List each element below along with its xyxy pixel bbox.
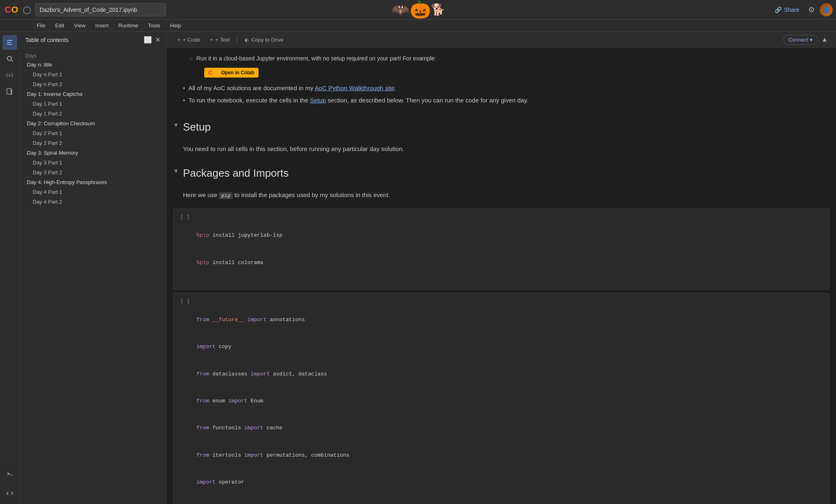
- toc-item-day4[interactable]: Day 4: High-Entropy Passphrases: [21, 178, 165, 187]
- run-button-area-2[interactable]: [ ]: [174, 298, 196, 304]
- toolbar-divider: [237, 36, 237, 44]
- svg-rect-0: [7, 40, 13, 41]
- svg-rect-5: [7, 89, 11, 94]
- add-text-button[interactable]: + + Text: [206, 35, 234, 44]
- code-line-2-5: from functools import cache: [196, 424, 829, 433]
- code-line-2-4: from enum import Enum: [196, 397, 829, 406]
- toc-item-day3-part1[interactable]: Day 3 Part 1: [21, 158, 165, 167]
- toc-item-day2[interactable]: Day 2: Corruption Checksum: [21, 119, 165, 128]
- svg-point-3: [7, 56, 11, 60]
- toc-item-day-n-part1[interactable]: Day n Part 1: [21, 70, 165, 79]
- code-cell-1: [ ] %pip install jupyterlab-lsp %pip ins…: [173, 209, 829, 290]
- cell-bracket-2: [ ]: [180, 298, 189, 304]
- menu-edit[interactable]: Edit: [51, 21, 68, 30]
- code-line-1-1: %pip install jupyterlab-lsp: [196, 231, 829, 240]
- toc-item-day1-part1[interactable]: Day 1 Part 1: [21, 99, 165, 109]
- menu-file[interactable]: File: [33, 21, 49, 30]
- toc-close-button[interactable]: ✕: [155, 36, 161, 44]
- toc-icon[interactable]: [2, 35, 17, 50]
- menu-tools[interactable]: Tools: [144, 21, 164, 30]
- toc-item-day3[interactable]: Day 3: Spiral Memory: [21, 148, 165, 158]
- cloud-note: Run it in a cloud-based Jupyter environm…: [189, 54, 816, 63]
- toc-section-label: Days: [20, 51, 166, 60]
- svg-rect-2: [7, 44, 12, 45]
- terminal-icon[interactable]: [2, 466, 17, 481]
- expand-button[interactable]: ▲: [820, 34, 829, 45]
- toc-item-day4-part2[interactable]: Day 4 Part 2: [21, 197, 165, 206]
- code-line-2-1: from __future__ import annotations: [196, 315, 829, 324]
- toc-item-day2-part1[interactable]: Day 2 Part 1: [21, 129, 165, 138]
- github-icon: ◯: [23, 5, 31, 14]
- menu-bar: File Edit View Insert Runtime Tools Help: [0, 20, 836, 32]
- toc-item-day2-part2[interactable]: Day 2 Part 2: [21, 138, 165, 148]
- menu-view[interactable]: View: [70, 21, 89, 30]
- toc-item-day1[interactable]: Day 1: Inverse Captcha: [21, 89, 165, 99]
- toc-content: Days Day n: title Day n Part 1 Day n Par…: [20, 48, 166, 504]
- menu-insert[interactable]: Insert: [91, 21, 113, 30]
- cell-bracket-1: [ ]: [180, 214, 189, 220]
- top-right-actions: 🔗 Share ⚙ 👤: [771, 3, 833, 16]
- code-icon[interactable]: [2, 486, 17, 501]
- code-line-2-2: import copy: [196, 342, 829, 351]
- connect-button[interactable]: Connect ▾: [783, 35, 818, 45]
- colab-logo: CO: [3, 2, 20, 18]
- notebook-area: Run it in a cloud-based Jupyter environm…: [167, 48, 836, 504]
- bullet-item-1: • All of my AoC solutions are documented…: [183, 83, 816, 93]
- code-content-1: %pip install jupyterlab-lsp %pip install…: [196, 213, 829, 285]
- toc-header: Table of contents ⬜ ✕: [20, 32, 166, 48]
- collapse-arrow-setup[interactable]: ▼: [173, 122, 179, 128]
- menu-runtime[interactable]: Runtime: [114, 21, 142, 30]
- setup-desc-cell: You need to run all cells in this sectio…: [167, 137, 836, 159]
- intro-text-cell: Run it in a cloud-based Jupyter environm…: [167, 48, 836, 113]
- open-in-colab-badge[interactable]: CO Open in Colab: [204, 68, 259, 78]
- code-content-2: from __future__ import annotations impor…: [196, 298, 829, 504]
- main-layout: {x} Table of contents ⬜ ✕: [0, 32, 836, 504]
- settings-button[interactable]: ⚙: [808, 5, 815, 14]
- share-button[interactable]: 🔗 Share: [771, 4, 803, 16]
- toc-sidebar: Table of contents ⬜ ✕ Days Day n: title …: [20, 32, 167, 504]
- menu-help[interactable]: Help: [166, 21, 185, 30]
- share-link-icon: 🔗: [775, 7, 782, 13]
- toc-item-day-n-part2[interactable]: Day n Part 2: [21, 80, 165, 89]
- setup-description: You need to run all cells in this sectio…: [183, 144, 816, 154]
- variables-icon[interactable]: {x}: [2, 68, 17, 82]
- packages-heading: Packages and Imports: [183, 167, 816, 180]
- code-cell-2: [ ] from __future__ import annotations i…: [173, 293, 829, 504]
- toc-item-day4-part1[interactable]: Day 4 Part 1: [21, 187, 165, 197]
- colab-badge-logo: C: [208, 69, 212, 76]
- packages-desc-cell: Here we use pip to install the packages …: [167, 183, 836, 205]
- avatar[interactable]: 👤: [820, 3, 833, 16]
- setup-link[interactable]: Setup: [310, 97, 326, 104]
- collapse-arrow-packages[interactable]: ▼: [173, 168, 179, 174]
- code-line-2-3: from dataclasses import asdict, dataclas…: [196, 370, 829, 379]
- toc-header-icons: ⬜ ✕: [144, 36, 161, 44]
- bullet-item-2: • To run the notebook, execute the cells…: [183, 95, 816, 105]
- icon-rail: {x}: [0, 32, 20, 504]
- files-icon[interactable]: [2, 84, 17, 99]
- run-button-area-1[interactable]: [ ]: [174, 213, 196, 220]
- toc-expand-button[interactable]: ⬜: [144, 36, 152, 44]
- main-content: + + Code + + Text ⬖ Copy to Drive Connec…: [167, 32, 836, 504]
- svg-line-4: [11, 60, 13, 62]
- search-icon[interactable]: [2, 51, 17, 66]
- notebook-title-input[interactable]: [35, 3, 166, 16]
- svg-rect-1: [7, 42, 11, 43]
- plus-code-icon: +: [177, 37, 181, 43]
- halloween-mascot: 🦇 🎃 🐕: [391, 0, 445, 20]
- code-line-2-6: from itertools import permutations, comb…: [196, 451, 829, 460]
- pip-inline-code: pip: [219, 192, 232, 199]
- code-line-2-7: import operator: [196, 478, 829, 487]
- aoc-walkthrough-link[interactable]: AoC Python Walkthrough site: [315, 84, 395, 91]
- toc-item-day-n-title[interactable]: Day n: title: [21, 60, 165, 69]
- toc-item-day3-part2[interactable]: Day 3 Part 2: [21, 168, 165, 177]
- top-bar: CO ◯ 🦇 🎃 🐕 🔗 Share ⚙ 👤: [0, 0, 836, 20]
- copy-to-drive-button[interactable]: ⬖ Copy to Drive: [241, 35, 288, 44]
- plus-text-icon: +: [210, 37, 213, 43]
- code-line-1-2: %pip install colorama: [196, 258, 829, 267]
- setup-heading: Setup: [183, 121, 816, 133]
- add-code-button[interactable]: + + Code: [173, 35, 204, 44]
- packages-description: Here we use pip to install the packages …: [183, 190, 816, 200]
- toc-title: Table of contents: [25, 37, 69, 43]
- toc-item-day1-part2[interactable]: Day 1 Part 2: [21, 109, 165, 118]
- connect-chevron-icon: ▾: [810, 37, 813, 43]
